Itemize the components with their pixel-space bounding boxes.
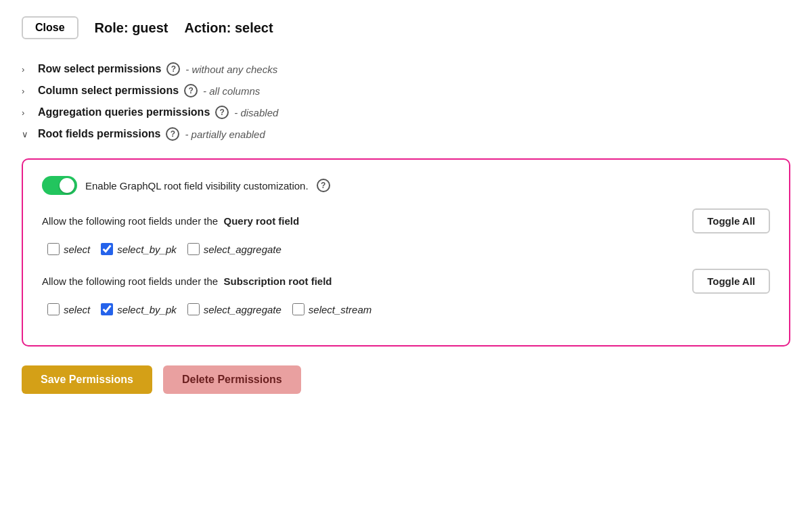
subscription-section: Allow the following root fields under th… [42, 269, 770, 315]
checkbox-item-s-select-pk[interactable]: select_by_pk [101, 303, 177, 315]
checkbox-q-select-pk[interactable] [101, 243, 113, 255]
perm-status-aggregation: - disabled [234, 107, 278, 118]
enable-toggle-row: Enable GraphQL root field visibility cus… [42, 176, 770, 195]
checkbox-item-s-select-stream[interactable]: select_stream [292, 303, 371, 315]
help-icon-root-fields[interactable]: ? [166, 127, 179, 141]
checkbox-label-s-select-agg: select_aggregate [204, 304, 281, 315]
query-section-header: Allow the following root fields under th… [42, 208, 770, 233]
checkbox-label-q-select: select [64, 244, 90, 255]
subscription-section-text: Allow the following root fields under th… [42, 275, 332, 287]
chevron-down-icon[interactable]: ∨ [22, 129, 32, 139]
query-field-name: Query root field [224, 215, 300, 227]
enable-toggle-label: Enable GraphQL root field visibility cus… [85, 180, 309, 192]
checkbox-q-select[interactable] [47, 243, 60, 255]
checkbox-item-q-select-pk[interactable]: select_by_pk [101, 243, 177, 255]
query-section: Allow the following root fields under th… [42, 208, 770, 255]
query-toggle-all-button[interactable]: Toggle All [692, 208, 770, 233]
perm-item-column-select: › Column select permissions ? - all colu… [22, 80, 790, 102]
help-icon-row-select[interactable]: ? [166, 62, 180, 76]
checkbox-item-q-select-agg[interactable]: select_aggregate [187, 243, 281, 255]
perm-label-row-select: Row select permissions [38, 63, 161, 75]
checkbox-label-s-select: select [64, 304, 90, 315]
checkbox-item-s-select[interactable]: select [47, 303, 90, 315]
checkbox-s-select-stream[interactable] [292, 303, 304, 315]
chevron-right-icon[interactable]: › [22, 64, 32, 74]
role-label: Role: guest [95, 20, 168, 36]
close-button[interactable]: Close [22, 16, 78, 39]
checkbox-s-select-agg[interactable] [187, 303, 200, 315]
perm-label-aggregation: Aggregation queries permissions [38, 106, 210, 118]
checkbox-label-s-select-pk: select_by_pk [117, 304, 177, 315]
subscription-field-name: Subscription root field [224, 275, 332, 287]
perm-item-root-fields: ∨ Root fields permissions ? - partially … [22, 123, 790, 145]
query-section-text: Allow the following root fields under th… [42, 215, 299, 227]
subscription-section-header: Allow the following root fields under th… [42, 269, 770, 294]
help-icon-aggregation[interactable]: ? [215, 106, 229, 119]
checkbox-label-s-select-stream: select_stream [309, 304, 371, 315]
delete-permissions-button[interactable]: Delete Permissions [163, 365, 301, 394]
toggle-slider [42, 176, 77, 195]
query-checkboxes-row: select select_by_pk select_aggregate [42, 243, 770, 255]
checkbox-q-select-agg[interactable] [187, 243, 200, 255]
footer-buttons: Save Permissions Delete Permissions [22, 365, 790, 394]
checkbox-item-q-select[interactable]: select [47, 243, 90, 255]
checkbox-item-s-select-agg[interactable]: select_aggregate [187, 303, 281, 315]
checkbox-s-select[interactable] [47, 303, 60, 315]
checkbox-s-select-pk[interactable] [101, 303, 113, 315]
perm-label-column-select: Column select permissions [38, 85, 179, 97]
header: Close Role: guest Action: select [22, 16, 790, 39]
perm-status-root-fields: - partially enabled [185, 129, 265, 140]
perm-label-root-fields: Root fields permissions [38, 128, 160, 140]
subscription-text-pre: Allow the following root fields under th… [42, 275, 218, 287]
checkbox-label-q-select-pk: select_by_pk [117, 244, 177, 255]
help-icon-enable[interactable]: ? [317, 179, 330, 192]
help-icon-column-select[interactable]: ? [184, 84, 198, 97]
perm-item-row-select: › Row select permissions ? - without any… [22, 58, 790, 80]
enable-toggle[interactable] [42, 176, 77, 195]
chevron-right-icon-agg[interactable]: › [22, 108, 32, 118]
query-text-pre: Allow the following root fields under th… [42, 215, 218, 227]
subscription-checkboxes-row: select select_by_pk select_aggregate sel… [42, 303, 770, 315]
perm-status-row-select: - without any checks [185, 64, 277, 75]
root-fields-panel: Enable GraphQL root field visibility cus… [22, 158, 790, 347]
checkbox-label-q-select-agg: select_aggregate [204, 244, 281, 255]
perm-item-aggregation: › Aggregation queries permissions ? - di… [22, 102, 790, 123]
save-permissions-button[interactable]: Save Permissions [22, 365, 152, 394]
perm-status-column-select: - all columns [203, 85, 260, 97]
permissions-list: › Row select permissions ? - without any… [22, 58, 790, 145]
action-label: Action: select [184, 20, 273, 36]
subscription-toggle-all-button[interactable]: Toggle All [692, 269, 770, 294]
chevron-right-icon-col[interactable]: › [22, 86, 32, 96]
